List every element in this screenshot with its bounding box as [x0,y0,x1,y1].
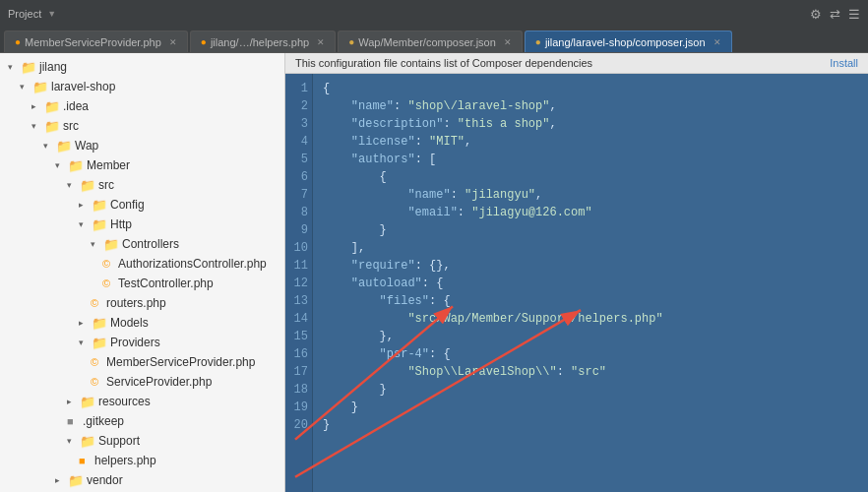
layout-icon[interactable]: ⇄ [830,7,840,22]
tree-item-providers[interactable]: ▾ 📁 Providers [0,333,284,352]
line-num: 15 [291,328,308,345]
tab-member-service-provider[interactable]: ● MemberServiceProvider.php ✕ [4,31,188,52]
tree-item-label: src [98,178,114,192]
tree-item-label: routers.php [106,296,166,310]
folder-icon: 📁 [32,80,48,94]
git-file-icon: ■ [67,415,77,427]
expand-arrow: ▾ [79,219,89,229]
tree-item-support[interactable]: ▾ 📁 Support [0,431,284,451]
line-num: 9 [291,221,308,239]
code-container: 1 2 3 4 5 6 7 8 9 10 11 12 13 14 [285,74,868,492]
tree-item-label: Http [110,217,132,231]
tree-item-gitkeep[interactable]: ■ .gitkeep [0,411,284,431]
tree-item-http[interactable]: ▾ 📁 Http [0,215,284,234]
tree-item-laravel-shop[interactable]: ▾ 📁 laravel-shop [0,77,284,96]
folder-icon: 📁 [44,119,60,134]
line-num: 2 [291,97,308,115]
expand-arrow: ▾ [67,436,77,446]
project-title: Project [8,8,41,20]
line-num: 20 [291,416,308,434]
folder-icon: 📁 [92,336,107,350]
folder-icon: 📁 [80,178,95,193]
expand-arrow: ▸ [79,200,89,210]
folder-icon: 📁 [68,158,84,173]
tree-item-routers[interactable]: © routers.php [0,293,284,313]
tab-label: jilang/laravel-shop/composer.json [545,36,706,48]
tree-item-member-service-provider[interactable]: © MemberServiceProvider.php [0,352,284,372]
tree-item-wap[interactable]: ▾ 📁 Wap [0,136,284,155]
tree-item-resources[interactable]: ▸ 📁 resources [0,392,284,411]
line-num: 19 [291,399,308,416]
php-file-icon: ■ [79,455,89,466]
code-editor[interactable]: { "name": "shop\/laravel-shop", "descrip… [313,74,868,492]
tree-item-member[interactable]: ▾ 📁 Member [0,155,284,175]
expand-arrow: ▾ [55,160,65,170]
tree-item-label: TestController.php [118,277,214,290]
folder-icon: 📁 [103,237,119,252]
tree-item-label: laravel-shop [51,80,115,93]
tree-item-controllers[interactable]: ▾ 📁 Controllers [0,234,284,254]
editor-info-bar: This configuration file contains list of… [285,53,868,74]
tree-item-auth-controller[interactable]: © AuthorizationsController.php [0,254,284,274]
php-file-icon: © [102,277,112,289]
line-num: 5 [291,151,308,168]
php-file-icon: © [91,356,100,368]
editor-info-text: This configuration file contains list of… [295,57,592,69]
php-file-icon: ● [201,36,207,47]
tree-item-test-controller[interactable]: © TestController.php [0,274,284,293]
folder-icon: 📁 [80,395,95,409]
tree-item-vendor2[interactable]: ▸ 📁 vendor [0,470,284,490]
tree-item-label: Member [87,158,130,172]
folder-icon: 📁 [80,434,95,449]
close-icon[interactable]: ✕ [169,37,177,47]
folder-icon: 📁 [92,198,107,213]
folder-icon: 📁 [56,139,72,154]
close-icon[interactable]: ✕ [713,37,721,47]
tree-item-service-provider[interactable]: © ServiceProvider.php [0,372,284,392]
line-numbers: 1 2 3 4 5 6 7 8 9 10 11 12 13 14 [285,74,313,492]
chevron-down-icon: ▼ [47,9,56,19]
tree-item-config[interactable]: ▸ 📁 Config [0,195,284,215]
close-icon[interactable]: ✕ [504,37,512,47]
php-file-icon: © [102,258,112,270]
top-bar-icons: ⚙ ⇄ ☰ [810,7,860,22]
settings-icon[interactable]: ⚙ [810,7,822,22]
tree-item-label: AuthorizationsController.php [118,257,267,271]
tab-wap-composer[interactable]: ● Wap/Member/composer.json ✕ [338,31,523,52]
tree-item-label: jilang [39,60,67,74]
top-bar: Project ▼ ⚙ ⇄ ☰ [0,0,868,28]
expand-arrow: ▾ [67,180,77,190]
line-num: 14 [291,310,308,328]
line-num: 4 [291,133,308,151]
tab-helpers[interactable]: ● jilang/…/helpers.php ✕ [190,31,336,52]
expand-arrow: ▾ [31,121,41,131]
folder-icon: 📁 [92,217,107,232]
tree-item-jilang[interactable]: ▾ 📁 jilang [0,57,284,77]
main-content: ▾ 📁 jilang ▾ 📁 laravel-shop ▸ 📁 .idea [0,53,868,492]
tree-item-label: helpers.php [94,454,156,467]
folder-icon: 📁 [92,316,107,331]
line-num: 17 [291,363,308,381]
expand-arrow: ▾ [91,239,100,249]
line-num: 13 [291,292,308,310]
tree-item-src2[interactable]: ▾ 📁 src [0,175,284,195]
php-file-icon: ● [15,36,21,47]
tree-item-label: Wap [75,139,98,153]
close-icon[interactable]: ✕ [317,37,325,47]
tabs-bar: ● MemberServiceProvider.php ✕ ● jilang/…… [0,28,868,53]
folder-icon: 📁 [21,60,36,75]
tree-item-idea[interactable]: ▸ 📁 .idea [0,96,284,116]
tab-composer-json[interactable]: ● jilang/laravel-shop/composer.json ✕ [525,31,732,52]
tree-item-helpers[interactable]: ■ helpers.php [0,451,284,470]
line-num: 16 [291,345,308,363]
expand-arrow: ▸ [31,101,41,111]
expand-arrow: ▸ [67,397,77,406]
tab-label: jilang/…/helpers.php [211,36,309,48]
tree-item-src[interactable]: ▾ 📁 src [0,116,284,136]
expand-arrow: ▸ [79,318,89,328]
tree-item-models[interactable]: ▸ 📁 Models [0,313,284,333]
line-num: 1 [291,80,308,97]
gear-icon[interactable]: ☰ [848,7,860,22]
install-button[interactable]: Install [830,57,858,69]
line-num: 10 [291,239,308,257]
